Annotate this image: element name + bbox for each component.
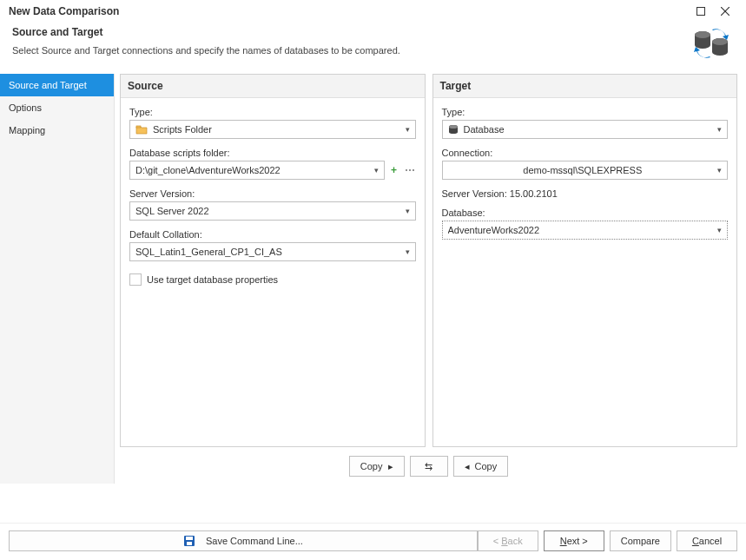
arrow-right-icon: ▸ bbox=[388, 461, 393, 472]
source-collation-value: SQL_Latin1_General_CP1_CI_AS bbox=[135, 247, 406, 257]
copy-left-label: Copy bbox=[475, 461, 498, 471]
svg-rect-0 bbox=[697, 8, 705, 16]
source-panel-title: Source bbox=[121, 75, 425, 98]
source-server-version-label: Server Version: bbox=[129, 188, 416, 199]
chevron-down-icon: ▾ bbox=[406, 247, 410, 256]
target-type-value: Database bbox=[464, 124, 718, 135]
copy-to-target-button[interactable]: Copy ▸ bbox=[349, 456, 405, 477]
sidebar-item-mapping[interactable]: Mapping bbox=[0, 119, 114, 142]
browse-folder-button[interactable]: ⋯ bbox=[404, 164, 416, 176]
back-label: < Back bbox=[493, 536, 523, 546]
use-target-props-label: Use target database properties bbox=[147, 274, 278, 285]
target-database-label: Database: bbox=[442, 208, 729, 218]
svg-point-6 bbox=[712, 38, 728, 45]
page-description: Select Source and Target connections and… bbox=[12, 45, 682, 56]
next-button[interactable]: Next > bbox=[544, 530, 604, 551]
chevron-down-icon: ▾ bbox=[406, 125, 410, 134]
compare-button[interactable]: Compare bbox=[610, 530, 671, 551]
source-folder-label: Database scripts folder: bbox=[129, 148, 416, 158]
target-database-select[interactable]: AdventureWorks2022 ▾ bbox=[442, 221, 729, 240]
copy-to-source-button[interactable]: ◂ Copy bbox=[453, 456, 509, 477]
compare-databases-icon bbox=[692, 26, 730, 63]
sidebar-item-options[interactable]: Options bbox=[0, 96, 114, 119]
source-panel: Source Type: Scripts Folder ▾ Database s… bbox=[120, 74, 426, 447]
source-folder-value: D:\git_clone\AdventureWorks2022 bbox=[135, 165, 374, 175]
maximize-icon bbox=[696, 7, 705, 16]
target-connection-label: Connection: bbox=[442, 148, 729, 158]
source-type-value: Scripts Folder bbox=[153, 124, 406, 135]
chevron-down-icon: ▾ bbox=[717, 166, 722, 175]
source-collation-select[interactable]: SQL_Latin1_General_CP1_CI_AS ▾ bbox=[129, 242, 416, 261]
target-connection-select[interactable]: demo-mssql\SQLEXPRESS ▾ bbox=[442, 161, 729, 180]
wizard-sidebar: Source and Target Options Mapping bbox=[0, 74, 115, 484]
back-button: < Back bbox=[478, 530, 538, 551]
svg-rect-7 bbox=[136, 126, 141, 128]
checkbox-box bbox=[129, 273, 142, 286]
chevron-down-icon: ▾ bbox=[717, 125, 722, 134]
target-panel: Target Type: Database ▾ Connection: demo… bbox=[432, 74, 738, 447]
save-command-line-button[interactable]: Save Command Line... bbox=[9, 530, 478, 551]
chevron-down-icon: ▾ bbox=[374, 166, 379, 175]
cancel-label: Cancel bbox=[692, 536, 722, 546]
target-panel-title: Target bbox=[433, 75, 737, 98]
cancel-button[interactable]: Cancel bbox=[677, 530, 737, 551]
source-server-version-select[interactable]: SQL Server 2022 ▾ bbox=[129, 201, 416, 221]
swap-button[interactable]: ⇆ bbox=[410, 456, 448, 477]
next-label: Next > bbox=[560, 536, 588, 546]
target-type-label: Type: bbox=[442, 107, 729, 117]
chevron-down-icon: ▾ bbox=[717, 226, 722, 234]
close-button[interactable] bbox=[713, 3, 737, 20]
target-server-version-text: Server Version: 15.00.2101 bbox=[442, 188, 729, 199]
source-type-label: Type: bbox=[129, 107, 416, 117]
close-icon bbox=[721, 7, 729, 16]
page-title: Source and Target bbox=[12, 26, 682, 38]
svg-point-4 bbox=[695, 31, 710, 38]
source-server-version-value: SQL Server 2022 bbox=[135, 206, 406, 216]
source-collation-label: Default Collation: bbox=[129, 229, 416, 240]
window-title: New Data Comparison bbox=[9, 5, 689, 17]
svg-point-9 bbox=[449, 125, 458, 128]
svg-rect-12 bbox=[187, 542, 192, 545]
arrow-left-icon: ◂ bbox=[465, 461, 470, 472]
add-folder-button[interactable]: + bbox=[388, 164, 400, 176]
sidebar-item-source-target[interactable]: Source and Target bbox=[0, 74, 114, 96]
folder-icon bbox=[135, 124, 148, 135]
swap-icon: ⇆ bbox=[425, 461, 432, 472]
target-connection-value: demo-mssql\SQLEXPRESS bbox=[448, 165, 718, 175]
use-target-props-checkbox[interactable]: Use target database properties bbox=[129, 273, 416, 286]
chevron-down-icon: ▾ bbox=[406, 207, 410, 215]
plus-icon: + bbox=[391, 164, 397, 176]
maximize-button[interactable] bbox=[689, 3, 713, 20]
svg-rect-11 bbox=[186, 537, 193, 540]
target-type-select[interactable]: Database ▾ bbox=[442, 120, 729, 139]
ellipsis-icon: ⋯ bbox=[405, 164, 415, 176]
source-folder-select[interactable]: D:\git_clone\AdventureWorks2022 ▾ bbox=[129, 161, 385, 180]
save-icon bbox=[183, 535, 195, 547]
target-database-value: AdventureWorks2022 bbox=[448, 225, 718, 235]
source-type-select[interactable]: Scripts Folder ▾ bbox=[129, 120, 416, 139]
save-command-line-label: Save Command Line... bbox=[206, 536, 303, 546]
compare-label: Compare bbox=[621, 536, 660, 546]
copy-right-label: Copy bbox=[360, 461, 383, 471]
database-icon bbox=[448, 124, 459, 135]
